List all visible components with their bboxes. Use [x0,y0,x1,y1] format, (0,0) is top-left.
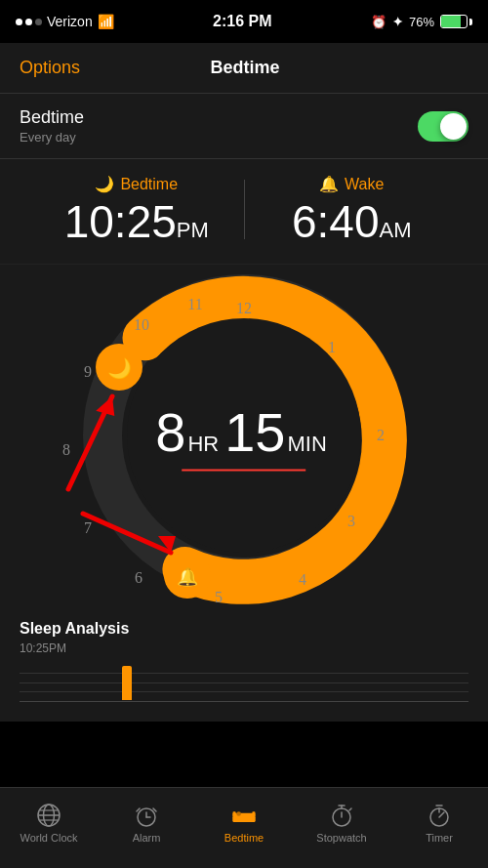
toggle-thumb [440,113,467,140]
bluetooth-icon: ✦ [392,15,403,29]
svg-text:8: 8 [62,441,70,458]
svg-rect-33 [233,813,256,817]
svg-text:2: 2 [377,427,385,443]
duration-underline [182,470,305,472]
bedtime-row-label: Bedtime [20,107,84,128]
duration-hours: 8 [155,400,185,464]
duration-display: 8 HR 15 MIN [155,400,333,472]
tab-alarm-label: Alarm [133,832,161,844]
status-right: ⏰ ✦ 76% [371,15,472,29]
bedtime-icon: 🌙 [95,175,114,193]
svg-point-36 [236,811,241,816]
wake-time-label: 🔔 Wake [245,175,460,193]
tab-stopwatch-label: Stopwatch [316,832,366,844]
globe-icon [36,803,61,828]
times-row: 🌙 Bedtime 10:25PM 🔔 Wake 6:40AM [0,159,488,265]
svg-text:6: 6 [135,569,142,586]
svg-text:🔔: 🔔 [177,566,199,588]
tab-timer-label: Timer [426,832,453,844]
duration-minutes: 15 [224,400,285,464]
battery-indicator [440,15,472,28]
bedtime-time-value: 10:25PM [29,199,244,244]
sleep-line-2 [20,682,468,683]
svg-text:11: 11 [187,296,202,312]
wake-time-section: 🔔 Wake 6:40AM [245,175,460,244]
svg-text:4: 4 [299,571,306,588]
sleep-analysis-title: Sleep Analysis [20,620,468,638]
nav-title: Bedtime [211,58,280,78]
svg-rect-34 [233,811,236,822]
bedtime-label-text: Bedtime [120,176,178,193]
svg-line-41 [349,808,351,810]
svg-line-44 [439,812,444,817]
alarm-clock-icon [134,803,159,828]
duration-hours-unit: HR [187,432,219,457]
bed-icon [231,803,257,828]
clock-area: 12 1 2 3 4 5 6 7 8 9 10 11 🌙 🔔 8 HR 15 [0,265,488,606]
svg-rect-35 [252,811,255,822]
sleep-chart [20,663,468,712]
svg-text:🌙: 🌙 [107,356,132,380]
svg-text:5: 5 [215,589,223,605]
sleep-line-1 [20,673,468,674]
status-left: Verizon 📶 [16,14,114,29]
sleep-analysis: Sleep Analysis 10:25PM [0,606,488,722]
sleep-line-3 [20,691,468,692]
svg-text:7: 7 [84,519,92,536]
carrier-label: Verizon [47,14,93,29]
tab-bedtime[interactable]: Bedtime [215,803,273,844]
alarm-status-icon: ⏰ [371,15,386,29]
wake-time-value: 6:40AM [245,199,460,244]
svg-text:10: 10 [134,316,149,333]
bedtime-toggle[interactable] [418,111,468,142]
tab-timer[interactable]: Timer [410,803,468,844]
tab-world-clock[interactable]: World Clock [20,803,78,844]
duration-minutes-unit: MIN [287,432,326,457]
wake-label-text: Wake [345,176,384,193]
svg-text:12: 12 [236,300,252,316]
tab-bar: World Clock Alarm Bedtime [0,787,488,868]
bedtime-row-sub: Every day [20,130,84,145]
status-time: 2:16 PM [213,13,271,30]
svg-rect-32 [233,816,256,822]
stopwatch-icon [329,803,354,828]
sleep-bar-main [122,666,132,700]
wake-icon: 🔔 [319,175,339,193]
bedtime-time-label: 🌙 Bedtime [29,175,244,193]
tab-alarm[interactable]: Alarm [117,803,176,844]
sleep-analysis-time: 10:25PM [20,641,468,655]
svg-text:1: 1 [328,339,336,355]
bedtime-label-group: Bedtime Every day [20,107,84,145]
bedtime-time-section: 🌙 Bedtime 10:25PM [29,175,244,244]
nav-bar: Options Bedtime [0,43,488,94]
svg-text:3: 3 [347,513,355,529]
options-button[interactable]: Options [20,58,80,78]
status-bar: Verizon 📶 2:16 PM ⏰ ✦ 76% [0,0,488,43]
battery-percent: 76% [409,15,434,29]
tab-world-clock-label: World Clock [20,832,77,844]
tab-stopwatch[interactable]: Stopwatch [312,803,371,844]
timer-icon [427,803,452,828]
wifi-icon: 📶 [98,14,114,29]
svg-line-30 [137,808,140,811]
bedtime-toggle-row: Bedtime Every day [0,94,488,159]
svg-text:9: 9 [84,363,92,380]
sleep-bar-container [20,663,468,702]
tab-bedtime-label: Bedtime [224,832,264,844]
svg-line-31 [153,808,156,811]
duration-text: 8 HR 15 MIN [155,400,333,464]
signal-dots [16,19,42,25]
